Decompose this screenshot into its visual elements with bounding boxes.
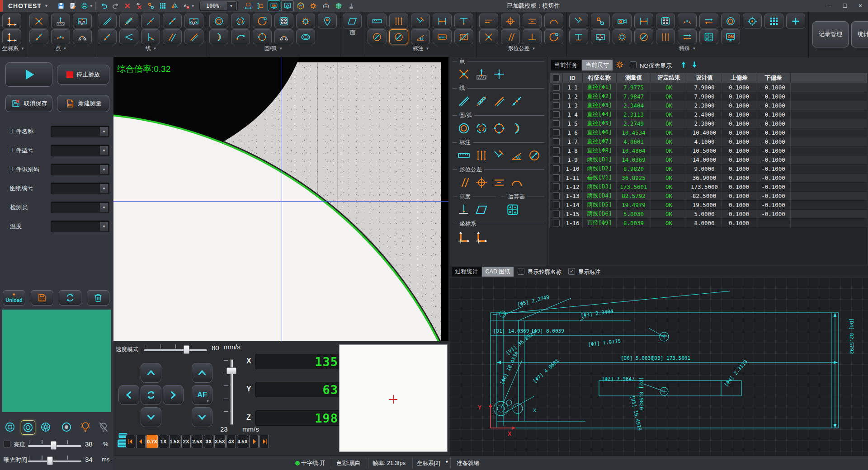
redo-button[interactable]: [110, 1, 122, 11]
dimx-tool[interactable]: [411, 14, 430, 28]
jog-x-plus-button[interactable]: [163, 385, 184, 405]
dimx-tool[interactable]: [569, 14, 588, 28]
zoom-level-3X[interactable]: 3X: [204, 435, 213, 448]
grid9-tool[interactable]: [764, 14, 783, 28]
show-dims-checkbox[interactable]: ✓: [568, 268, 575, 275]
dimv-tool[interactable]: [389, 14, 408, 28]
unload-button[interactable]: Unload: [3, 290, 25, 306]
jog-x-minus-button[interactable]: [118, 385, 139, 405]
table-row[interactable]: 1-11垂线[V1]36.8925OK36.90000.1000-0.1000: [549, 174, 867, 183]
cam-tool[interactable]: [613, 14, 632, 28]
ribbon-group-label[interactable]: 特殊▼: [569, 45, 806, 52]
vx-display-button[interactable]: VX: [281, 0, 294, 11]
table-row[interactable]: 1-10两线[D2]8.9820OK9.00000.1000-0.1000: [549, 164, 867, 174]
table-row[interactable]: 1-7直径[Φ7]4.0601OK4.10000.1000-0.1000: [549, 137, 867, 146]
lens-prev-button[interactable]: [136, 435, 146, 448]
tee-tool[interactable]: [569, 29, 588, 44]
table-row[interactable]: 1-14两线[D5]19.4979OK19.50000.1000-0.1000: [549, 201, 867, 210]
joystick-button[interactable]: [345, 1, 357, 11]
light-on-button[interactable]: [79, 420, 92, 434]
row-checkbox[interactable]: [553, 93, 560, 100]
table-row[interactable]: 1-1直径[Φ1]7.9775OK7.90000.1000-0.1000: [549, 83, 867, 92]
linedbl-tool[interactable]: [98, 14, 117, 28]
ring-light-segments-button[interactable]: [39, 420, 52, 434]
row-checkbox[interactable]: [553, 111, 560, 118]
language-globe-button[interactable]: [333, 1, 344, 11]
zoom-level-3.5X[interactable]: 3.5X: [214, 435, 226, 448]
stage-map[interactable]: [339, 344, 448, 452]
mirror-button[interactable]: [169, 1, 180, 11]
table-row[interactable]: 1-13两线[D4]82.5792OK82.50000.1000-0.1000: [549, 192, 867, 201]
检测员-combo[interactable]: ▼: [51, 202, 109, 213]
wavebox-tool[interactable]: [73, 14, 92, 28]
show-contour-checkbox[interactable]: [518, 268, 524, 275]
ring-tool[interactable]: [721, 14, 740, 28]
axis-tool[interactable]: [457, 230, 471, 245]
fanpts-tool[interactable]: [678, 14, 697, 28]
plus-tool[interactable]: [786, 14, 805, 28]
runq-tool[interactable]: [510, 176, 524, 191]
slider-thumb[interactable]: [184, 345, 189, 354]
chevron-down-icon[interactable]: ▼: [425, 47, 429, 51]
dia-tool[interactable]: [634, 29, 653, 44]
chevron-down-icon[interactable]: ▼: [90, 4, 93, 8]
row-checkbox[interactable]: [553, 120, 560, 127]
tab-current-dims[interactable]: 当前尺寸: [582, 60, 613, 70]
chevron-down-icon[interactable]: ▼: [445, 460, 449, 464]
chevron-down-icon[interactable]: ▼: [99, 183, 108, 193]
chevron-down-icon[interactable]: ▼: [99, 146, 108, 155]
lineptc-tool[interactable]: [163, 14, 182, 28]
chevron-down-icon[interactable]: ▼: [99, 164, 108, 174]
view-3d-button[interactable]: [295, 1, 307, 11]
new-measure-button[interactable]: 新建测量: [57, 95, 109, 112]
ribbon-group-label[interactable]: 线▼: [98, 45, 204, 52]
chevron-down-icon[interactable]: ▼: [692, 47, 696, 51]
dia-tool[interactable]: [528, 149, 541, 164]
row-checkbox[interactable]: [553, 174, 560, 181]
coaxial-light-button[interactable]: [60, 420, 73, 434]
select-all-checkbox[interactable]: [553, 75, 560, 81]
zoom-select[interactable]: 100% ▼: [199, 1, 238, 11]
lens-first-button[interactable]: [126, 435, 135, 448]
dimv-tool[interactable]: [656, 29, 675, 44]
minimize-button[interactable]: ─: [822, 0, 837, 12]
cpts-tool[interactable]: [492, 122, 506, 136]
linedbl-tool[interactable]: [457, 94, 471, 109]
dots4-tool[interactable]: [656, 14, 675, 28]
hatchbox-tool[interactable]: [454, 29, 473, 44]
dimv-tool[interactable]: [475, 149, 488, 164]
close-button[interactable]: ✕: [853, 0, 868, 12]
温度-combo[interactable]: ▼: [51, 221, 109, 232]
move-up-button[interactable]: [679, 61, 688, 70]
zoom-level-4X[interactable]: 4X: [226, 435, 236, 448]
link-tool-button[interactable]: [145, 1, 157, 11]
gearc-tool[interactable]: [613, 29, 632, 44]
ribbon-group-label[interactable]: 圆/弧▼: [209, 45, 338, 52]
row-checkbox[interactable]: [553, 147, 560, 154]
print-button[interactable]: [79, 1, 90, 11]
settings-gear-button[interactable]: [307, 1, 319, 11]
jog-y-minus-button[interactable]: [141, 407, 161, 427]
delete-button[interactable]: [122, 1, 133, 11]
chevron-down-icon[interactable]: ▼: [191, 4, 195, 8]
sym-tool[interactable]: [523, 14, 542, 28]
plane-tool[interactable]: [343, 14, 362, 28]
slider-thumb[interactable]: [47, 456, 53, 465]
cycle-button[interactable]: [141, 385, 161, 405]
exposure-slider[interactable]: [28, 455, 81, 465]
zoom-level-1.5X[interactable]: 1.5X: [169, 435, 180, 448]
statistics-button[interactable]: 统计分析: [851, 21, 868, 47]
dia-tool[interactable]: [389, 29, 408, 44]
chevron-down-icon[interactable]: ▼: [279, 47, 283, 51]
mmbox-tool[interactable]: mm: [433, 29, 452, 44]
row-checkbox[interactable]: [553, 183, 560, 190]
chevron-down-icon[interactable]: ▼: [99, 221, 108, 231]
hatchpt-tool[interactable]: [51, 14, 70, 28]
axis-tool[interactable]: [2, 14, 21, 28]
chevron-down-icon[interactable]: ▼: [99, 127, 108, 136]
工件名称-combo[interactable]: ▼: [51, 126, 109, 137]
row-checkbox[interactable]: [553, 165, 560, 172]
dashline-tool[interactable]: [475, 94, 488, 109]
undo-button[interactable]: [98, 1, 110, 11]
arch-tool[interactable]: [274, 29, 293, 44]
